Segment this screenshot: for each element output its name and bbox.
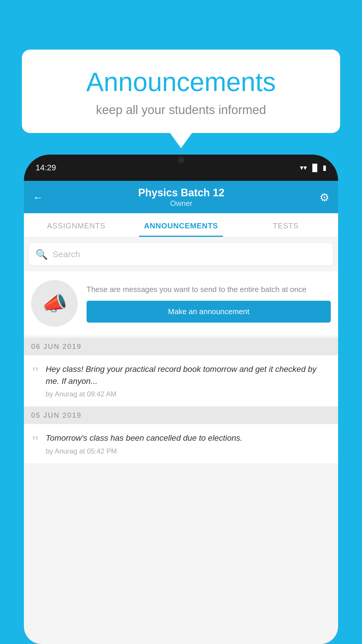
- quote-icon-2: ": [31, 434, 39, 448]
- promo-icon-circle: 📣: [31, 280, 78, 327]
- promo-text-area: These are messages you want to send to t…: [87, 284, 331, 322]
- status-time: 14:29: [36, 163, 56, 172]
- tab-bar: ASSIGNMENTS ANNOUNCEMENTS TESTS: [24, 213, 338, 237]
- search-placeholder: Search: [52, 249, 80, 259]
- announcement-message-2: Tomorrow's class has been cancelled due …: [46, 432, 331, 444]
- wifi-icon: ▾▾: [300, 164, 307, 172]
- bubble-title: Announcements: [36, 67, 326, 97]
- date-separator-1: 06 JUN 2019: [24, 338, 338, 355]
- status-bar: 14:29 ▾▾ ▐▌ ▮: [24, 155, 338, 181]
- battery-icon: ▮: [323, 164, 326, 172]
- make-announcement-button[interactable]: Make an announcement: [87, 301, 331, 323]
- announcement-message-1: Hey class! Bring your practical record b…: [46, 363, 331, 387]
- announcement-item-1[interactable]: " Hey class! Bring your practical record…: [24, 355, 338, 407]
- header-subtitle: Owner: [138, 199, 224, 208]
- megaphone-icon: 📣: [42, 291, 67, 315]
- quote-icon-1: ": [31, 365, 39, 379]
- phone-content: 🔍 Search 📣 These are messages you want t…: [24, 237, 338, 644]
- phone-mockup: 14:29 ▾▾ ▐▌ ▮ ← Physics Batch 12 Owner ⚙…: [24, 155, 338, 644]
- phone-camera: [178, 157, 184, 163]
- bubble-subtitle: keep all your students informed: [36, 103, 326, 117]
- search-icon: 🔍: [36, 249, 48, 260]
- announcement-meta-1: by Anurag at 09:42 AM: [46, 390, 331, 398]
- announcement-text-2: Tomorrow's class has been cancelled due …: [46, 432, 331, 455]
- promo-description: These are messages you want to send to t…: [87, 284, 331, 295]
- gear-icon[interactable]: ⚙: [319, 191, 329, 204]
- app-header: ← Physics Batch 12 Owner ⚙: [24, 181, 338, 213]
- announcement-promo: 📣 These are messages you want to send to…: [24, 271, 338, 335]
- announcement-meta-2: by Anurag at 05:42 PM: [46, 447, 331, 455]
- back-button[interactable]: ←: [33, 191, 43, 204]
- tab-announcements[interactable]: ANNOUNCEMENTS: [129, 213, 233, 237]
- announcement-item-2[interactable]: " Tomorrow's class has been cancelled du…: [24, 424, 338, 464]
- status-icons: ▾▾ ▐▌ ▮: [300, 164, 326, 172]
- phone-notch: [162, 155, 200, 166]
- header-title-group: Physics Batch 12 Owner: [138, 187, 224, 208]
- signal-icon: ▐▌: [310, 164, 320, 172]
- date-separator-2: 05 JUN 2019: [24, 407, 338, 424]
- speech-bubble: Announcements keep all your students inf…: [22, 50, 340, 133]
- header-title: Physics Batch 12: [138, 187, 224, 199]
- tab-tests[interactable]: TESTS: [233, 213, 338, 237]
- tab-assignments[interactable]: ASSIGNMENTS: [24, 213, 129, 237]
- announcement-text-1: Hey class! Bring your practical record b…: [46, 363, 331, 398]
- search-bar[interactable]: 🔍 Search: [29, 243, 333, 265]
